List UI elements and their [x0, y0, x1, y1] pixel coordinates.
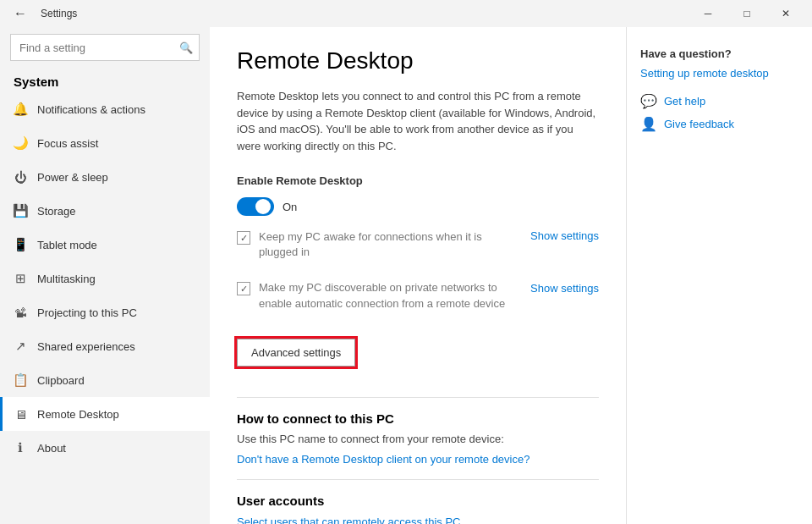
sidebar-item-label: Notifications & actions — [37, 103, 145, 116]
setup-link[interactable]: Setting up remote desktop — [640, 67, 798, 80]
search-icon: 🔍 — [179, 41, 193, 54]
how-to-connect-text: Use this PC name to connect from your re… — [237, 433, 599, 445]
titlebar-title: Settings — [41, 8, 77, 19]
search-input[interactable] — [10, 34, 200, 61]
notifications-icon: 🔔 — [14, 102, 27, 116]
sidebar-item-remote-desktop[interactable]: 🖥 Remote Desktop — [0, 397, 210, 431]
sidebar-item-label: About — [37, 442, 66, 455]
sidebar-item-label: Power & sleep — [37, 171, 108, 184]
minimize-button[interactable]: ─ — [689, 0, 727, 27]
give-feedback-action[interactable]: 👤 Give feedback — [640, 116, 798, 132]
get-help-icon: 💬 — [640, 93, 657, 109]
checkbox-row-2: Make my PC discoverable on private netwo… — [237, 280, 510, 311]
page-description: Remote Desktop lets you connect to and c… — [237, 88, 599, 154]
sidebar-item-multitasking[interactable]: ⊞ Multitasking — [0, 262, 210, 295]
system-label: System — [0, 68, 210, 92]
show-settings-link-2[interactable]: Show settings — [530, 282, 599, 295]
sidebar-item-shared-experiences[interactable]: ↗ Shared experiences — [0, 329, 210, 363]
sidebar-item-projecting[interactable]: 📽 Projecting to this PC — [0, 295, 210, 329]
how-to-connect-heading: How to connect to this PC — [237, 411, 599, 426]
sidebar-item-storage[interactable]: 💾 Storage — [0, 194, 210, 228]
checkbox-row-2-wrapper: Make my PC discoverable on private netwo… — [237, 280, 599, 321]
app-container: 🔍 System 🔔 Notifications & actions 🌙 Foc… — [0, 27, 812, 524]
sidebar-item-about[interactable]: ℹ About — [0, 431, 210, 465]
storage-icon: 💾 — [14, 204, 27, 218]
toggle-row: On — [237, 197, 599, 216]
titlebar-left: ← Settings — [7, 3, 77, 25]
sidebar-item-label: Tablet mode — [37, 239, 97, 251]
main-content: Remote Desktop Remote Desktop lets you c… — [210, 27, 626, 524]
select-users-link[interactable]: Select users that can remotely access th… — [237, 516, 460, 524]
enable-label: Enable Remote Desktop — [237, 174, 599, 187]
toggle-state-label: On — [283, 201, 297, 213]
get-help-action[interactable]: 💬 Get help — [640, 93, 798, 109]
remote-desktop-icon: 🖥 — [14, 407, 27, 421]
about-icon: ℹ — [14, 441, 27, 455]
sidebar-search-container: 🔍 — [10, 34, 200, 61]
power-sleep-icon: ⏻ — [14, 170, 27, 184]
sidebar-item-power-sleep[interactable]: ⏻ Power & sleep — [0, 160, 210, 194]
maximize-button[interactable]: □ — [727, 0, 766, 27]
divider-1 — [237, 397, 599, 398]
tablet-mode-icon: 📱 — [14, 238, 27, 251]
get-help-label[interactable]: Get help — [664, 95, 705, 108]
sidebar-item-label: Shared experiences — [37, 340, 135, 353]
show-settings-link-1[interactable]: Show settings — [530, 229, 599, 242]
sidebar-item-tablet-mode[interactable]: 📱 Tablet mode — [0, 228, 210, 262]
checkbox-1-text: Keep my PC awake for connections when it… — [259, 229, 510, 260]
sidebar-item-label: Projecting to this PC — [37, 306, 137, 319]
no-client-link[interactable]: Don't have a Remote Desktop client on yo… — [237, 453, 529, 466]
checkbox-row-1: Keep my PC awake for connections when it… — [237, 229, 510, 260]
shared-experiences-icon: ↗ — [14, 339, 27, 353]
sidebar-item-focus-assist[interactable]: 🌙 Focus assist — [0, 126, 210, 160]
sidebar-item-notifications[interactable]: 🔔 Notifications & actions — [0, 92, 210, 126]
titlebar: ← Settings ─ □ ✕ — [0, 0, 812, 27]
right-panel: Have a question? Setting up remote deskt… — [626, 27, 812, 524]
checkbox-2[interactable] — [237, 282, 250, 295]
close-button[interactable]: ✕ — [766, 0, 805, 27]
clipboard-icon: 📋 — [14, 373, 27, 387]
right-panel-title: Have a question? — [640, 47, 798, 60]
sidebar-item-label: Focus assist — [37, 137, 98, 150]
sidebar-item-label: Remote Desktop — [37, 408, 119, 421]
give-feedback-label[interactable]: Give feedback — [664, 118, 734, 130]
divider-2 — [237, 479, 599, 480]
sidebar-item-label: Multitasking — [37, 273, 96, 285]
advanced-settings-button[interactable]: Advanced settings — [237, 339, 355, 367]
projecting-icon: 📽 — [14, 306, 27, 319]
user-accounts-heading: User accounts — [237, 494, 599, 508]
sidebar-item-label: Clipboard — [37, 374, 85, 387]
sidebar-item-label: Storage — [37, 205, 76, 218]
checkbox-2-text: Make my PC discoverable on private netwo… — [259, 280, 510, 311]
page-title: Remote Desktop — [237, 47, 599, 74]
titlebar-controls: ─ □ ✕ — [689, 0, 805, 27]
give-feedback-icon: 👤 — [640, 116, 657, 132]
back-button[interactable]: ← — [7, 3, 34, 25]
checkbox-1[interactable] — [237, 231, 250, 245]
remote-desktop-toggle[interactable] — [237, 197, 274, 216]
sidebar-item-clipboard[interactable]: 📋 Clipboard — [0, 363, 210, 397]
focus-assist-icon: 🌙 — [14, 136, 27, 150]
multitasking-icon: ⊞ — [14, 272, 27, 285]
checkbox-row-1-wrapper: Keep my PC awake for connections when it… — [237, 229, 599, 270]
sidebar: 🔍 System 🔔 Notifications & actions 🌙 Foc… — [0, 27, 210, 524]
